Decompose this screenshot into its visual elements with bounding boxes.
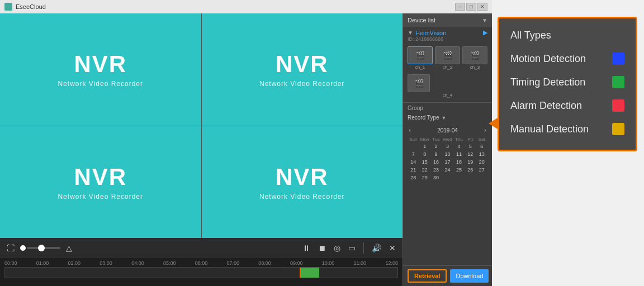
device-list-dropdown-icon[interactable]: ▼ xyxy=(482,17,487,23)
cal-header-sat: Sat xyxy=(476,136,487,142)
cal-day-24[interactable]: 24 xyxy=(442,166,453,174)
channel-2-container: 🎬 ch_2 xyxy=(435,46,460,70)
cal-day-23[interactable]: 23 xyxy=(430,166,442,174)
video-cell-3: NVR Network Video Recorder xyxy=(0,126,201,239)
pause-button[interactable]: ⏸ xyxy=(300,242,312,254)
expand-icon[interactable]: △ xyxy=(64,242,74,254)
titlebar-buttons: — □ ✕ xyxy=(455,3,487,11)
channel-2-icon: 🎬 xyxy=(443,51,452,60)
cal-day-29[interactable]: 29 xyxy=(419,174,430,182)
video-area: NVR Network Video Recorder NVR Network V… xyxy=(0,13,402,286)
popup-item-manual[interactable]: Manual Detection xyxy=(510,117,624,141)
channel-4-icon: 🎬 xyxy=(414,79,424,88)
popup-item-alarm[interactable]: Alarm Detection xyxy=(510,94,624,117)
channel-1-label: ch_1 xyxy=(408,65,433,70)
channel-1-thumb[interactable]: 🎬 xyxy=(408,46,433,64)
right-panel: Device list ▼ ▼ HeimVision ▶ ID: 2416666… xyxy=(402,13,492,286)
retrieval-button[interactable]: Retrieval xyxy=(408,269,447,283)
popup-item-timing[interactable]: Timing Detection xyxy=(510,70,624,94)
cal-day-22[interactable]: 22 xyxy=(419,166,430,174)
cal-day-11[interactable]: 11 xyxy=(453,150,465,158)
popup-overlay: All Types Motion Detection Timing Detect… xyxy=(498,17,637,151)
volume-slider[interactable] xyxy=(27,247,60,249)
download-button[interactable]: Download xyxy=(450,269,489,283)
popup-arrow xyxy=(489,118,498,129)
cal-day-16[interactable]: 16 xyxy=(430,158,442,166)
cal-day-5[interactable]: 5 xyxy=(465,142,476,150)
time-label-11: 11:00 xyxy=(354,260,367,266)
time-label-12: 12:00 xyxy=(385,260,398,266)
channel-1-icon: 🎬 xyxy=(415,51,425,60)
cal-day-2[interactable]: 2 xyxy=(430,142,442,150)
timeline-area[interactable]: 00:00 01:00 02:00 03:00 04:00 05:00 06:0… xyxy=(0,258,402,286)
calendar-prev-button[interactable]: ‹ xyxy=(408,126,412,134)
popup-label-manual: Manual Detection xyxy=(510,123,589,135)
channel-4-thumb[interactable]: 🎬 xyxy=(408,74,430,92)
cal-day-9[interactable]: 9 xyxy=(430,150,442,158)
video-cell-4: NVR Network Video Recorder xyxy=(202,126,403,239)
calendar: ‹ 2019-04 › Sun Mon Tue Wed Thu Fri Sat … xyxy=(403,124,492,265)
device-item[interactable]: ▼ HeimVision ▶ ID: 2416666666 xyxy=(403,27,492,44)
cal-day-18[interactable]: 18 xyxy=(453,158,465,166)
timeline-segment xyxy=(300,268,319,278)
timeline-playhead xyxy=(300,268,301,278)
calendar-month: 2019-04 xyxy=(437,127,458,134)
manual-detection-color xyxy=(612,123,624,135)
cal-day-8[interactable]: 8 xyxy=(419,150,430,158)
device-play-icon[interactable]: ▶ xyxy=(483,29,487,36)
maximize-button[interactable]: □ xyxy=(466,3,476,11)
channel-2-thumb[interactable]: 🎬 xyxy=(435,46,460,64)
timeline-bar[interactable] xyxy=(4,267,398,278)
mute-button[interactable]: ✕ xyxy=(387,242,398,254)
close-button[interactable]: ✕ xyxy=(477,3,487,11)
stop-button[interactable]: ⏹ xyxy=(316,242,328,254)
titlebar: EseeCloud — □ ✕ xyxy=(0,0,492,13)
popup-label-all-types: All Types xyxy=(510,30,551,41)
nvr-subtitle-4: Network Video Recorder xyxy=(259,193,345,201)
cal-day-10[interactable]: 10 xyxy=(442,150,453,158)
group-section: Group Record Type ▼ xyxy=(403,102,492,124)
titlebar-left: EseeCloud xyxy=(4,3,46,11)
screenshot-button[interactable]: ◎ xyxy=(332,242,343,254)
cal-day-19[interactable]: 19 xyxy=(465,158,476,166)
volume-button[interactable]: 🔊 xyxy=(370,242,383,254)
cal-day-12[interactable]: 12 xyxy=(465,150,476,158)
volume-knob[interactable] xyxy=(20,245,26,251)
minimize-button[interactable]: — xyxy=(455,3,465,11)
calendar-next-button[interactable]: › xyxy=(483,126,487,134)
cal-day-30[interactable]: 30 xyxy=(430,174,442,182)
time-label-8: 08:00 xyxy=(258,260,271,266)
time-label-6: 06:00 xyxy=(195,260,208,266)
popup-label-alarm: Alarm Detection xyxy=(510,100,582,112)
channel-3-label: ch_3 xyxy=(462,65,487,70)
time-label-5: 05:00 xyxy=(163,260,176,266)
cal-day-7[interactable]: 7 xyxy=(408,150,419,158)
popup-item-all-types[interactable]: All Types xyxy=(510,27,624,47)
channel-3-thumb[interactable]: 🎬 xyxy=(462,46,487,64)
cal-day-20[interactable]: 20 xyxy=(476,158,487,166)
cal-day-15[interactable]: 15 xyxy=(419,158,430,166)
cal-day-17[interactable]: 17 xyxy=(442,158,453,166)
calendar-grid: Sun Mon Tue Wed Thu Fri Sat 1 2 3 4 5 6 xyxy=(408,136,487,182)
aspect-ratio-icon[interactable]: ⛶ xyxy=(4,242,17,254)
device-list-header: Device list ▼ xyxy=(403,13,492,27)
cal-day-28[interactable]: 28 xyxy=(408,174,419,182)
cal-day-6[interactable]: 6 xyxy=(476,142,487,150)
divider xyxy=(363,242,364,254)
popup-item-motion[interactable]: Motion Detection xyxy=(510,47,624,70)
cal-day-14[interactable]: 14 xyxy=(408,158,419,166)
alarm-detection-color xyxy=(612,99,624,112)
record-type-row[interactable]: Record Type ▼ xyxy=(408,113,487,122)
cal-day-13[interactable]: 13 xyxy=(476,150,487,158)
record-button[interactable]: ▭ xyxy=(346,242,358,254)
cal-day-3[interactable]: 3 xyxy=(442,142,453,150)
cal-day-4[interactable]: 4 xyxy=(453,142,465,150)
cal-day-26[interactable]: 26 xyxy=(465,166,476,174)
cal-day-27[interactable]: 27 xyxy=(476,166,487,174)
time-label-2: 02:00 xyxy=(68,260,81,266)
cal-day-21[interactable]: 21 xyxy=(408,166,419,174)
cal-header-fri: Fri xyxy=(465,136,476,142)
cal-day-1[interactable]: 1 xyxy=(419,142,430,150)
motion-detection-color xyxy=(612,53,624,65)
cal-day-25[interactable]: 25 xyxy=(453,166,465,174)
